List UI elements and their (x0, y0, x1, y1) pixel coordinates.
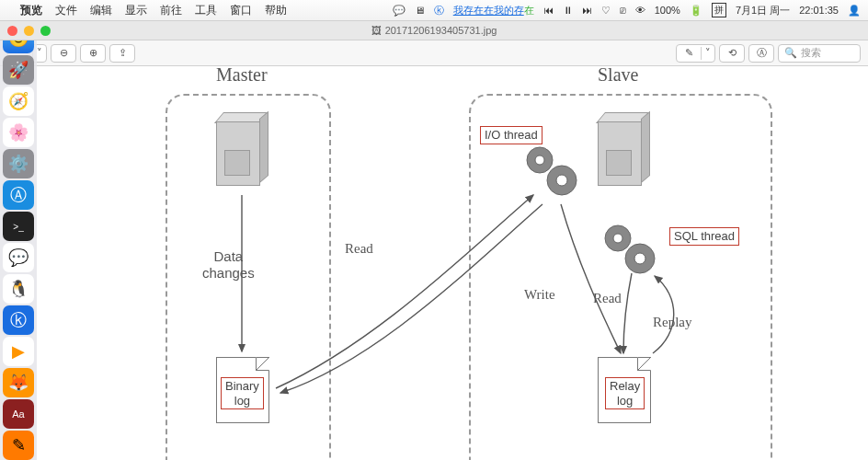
dock-appstore[interactable]: Ⓐ (3, 180, 34, 210)
menu-tools[interactable]: 工具 (195, 3, 217, 18)
image-viewport[interactable]: Master Slave Binary log Relay log I/O th… (37, 66, 868, 460)
sql-thread-label: SQL thread (669, 227, 739, 246)
svg-point-3 (556, 175, 567, 186)
window-title: 20171206193405731.jpg (385, 25, 497, 36)
media-pause-icon[interactable]: ⏸ (563, 5, 573, 16)
eye-icon[interactable]: 👁 (635, 5, 645, 16)
svg-point-7 (634, 253, 645, 264)
dock-photos[interactable]: 🌸 (3, 118, 34, 147)
io-thread-gears-icon (520, 140, 584, 208)
battery-pct: 100% (655, 5, 680, 16)
svg-point-1 (535, 155, 544, 165)
share-button[interactable]: ⇪ (110, 45, 134, 62)
airplay-icon[interactable]: ⎚ (620, 5, 626, 16)
dock-settings[interactable]: ⚙️ (3, 149, 34, 178)
highlight-dropdown[interactable]: ˅ (702, 45, 714, 62)
dock-launchpad[interactable]: 🚀 (3, 55, 34, 85)
master-server-icon (216, 112, 269, 190)
menu-help[interactable]: 帮助 (265, 3, 287, 18)
zoom-button[interactable] (40, 26, 51, 36)
markup-button[interactable]: Ⓐ (749, 45, 773, 62)
menu-file[interactable]: 文件 (55, 3, 77, 18)
status-monitor-icon[interactable]: 🖥 (415, 5, 425, 16)
dock-app1[interactable]: Aa (3, 399, 34, 429)
io-thread-label: I/O thread (480, 126, 542, 144)
dock-wechat[interactable]: 💬 (3, 243, 34, 272)
search-field[interactable]: 🔍 搜索 (778, 44, 861, 63)
dock-firefox[interactable]: 🦊 (3, 368, 34, 397)
replication-diagram: Master Slave Binary log Relay log I/O th… (138, 66, 800, 460)
dock-app2[interactable]: ✎ (3, 431, 34, 460)
binary-log-label: Binary log (221, 377, 264, 409)
dock-video[interactable]: ▶ (3, 337, 34, 366)
status-text[interactable]: 我存在在我的存 (453, 5, 524, 16)
rotate-button[interactable]: ⟲ (720, 45, 744, 62)
doc-icon: 🖼 (371, 25, 382, 36)
minimize-button[interactable] (24, 26, 34, 36)
status-k-icon[interactable]: ⓚ (434, 4, 444, 17)
media-prev-icon[interactable]: ⏮ (543, 5, 554, 16)
window-titlebar: 🖼 20171206193405731.jpg (0, 20, 868, 40)
menu-go[interactable]: 前往 (160, 3, 182, 18)
data-changes-label: Data changes (202, 248, 255, 282)
search-placeholder: 搜索 (801, 46, 821, 60)
read2-label: Read (593, 291, 622, 306)
dock-terminal[interactable]: >_ (3, 212, 34, 241)
dock-k[interactable]: ⓚ (3, 305, 34, 335)
menubar-date[interactable]: 7月1日 周一 (736, 4, 790, 17)
menubar-time[interactable]: 22:01:35 (799, 5, 839, 16)
write-label: Write (524, 287, 555, 303)
battery-icon[interactable]: 🔋 (690, 5, 702, 17)
user-icon[interactable]: 👤 (848, 5, 861, 17)
media-heart-icon[interactable]: ♡ (601, 5, 611, 17)
menu-view[interactable]: 显示 (125, 3, 147, 18)
read-label: Read (345, 241, 373, 257)
search-icon: 🔍 (784, 47, 797, 59)
relay-log-label: Relay log (605, 377, 645, 409)
slave-title: Slave (598, 66, 638, 86)
dock-qq[interactable]: 🐧 (3, 274, 34, 304)
dock: 🙂 🚀 🧭 🌸 ⚙️ Ⓐ >_ 💬 🐧 ⓚ ▶ 🦊 Aa ✎ (0, 20, 37, 460)
master-title: Master (216, 66, 268, 86)
sql-thread-gears-icon (598, 218, 662, 286)
zoom-in-button[interactable]: ⊕ (81, 45, 105, 62)
close-button[interactable] (7, 26, 17, 36)
svg-point-5 (613, 234, 622, 243)
macos-menubar: 预览 文件 编辑 显示 前往 工具 窗口 帮助 💬 🖥 ⓚ 我存在在我的存在 ⏮… (0, 0, 868, 20)
app-name[interactable]: 预览 (20, 3, 42, 18)
status-wechat-icon[interactable]: 💬 (393, 5, 405, 17)
ime-indicator[interactable]: 拼 (712, 3, 726, 17)
highlight-button[interactable]: ✎ (677, 45, 701, 62)
menu-window[interactable]: 窗口 (230, 3, 252, 18)
replay-label: Replay (653, 315, 692, 330)
menu-edit[interactable]: 编辑 (90, 3, 112, 18)
slave-server-icon (598, 112, 651, 190)
preview-toolbar: ☰ ˅ ⊖ ⊕ ⇪ ✎ ˅ ⟲ Ⓐ 🔍 搜索 (0, 40, 868, 66)
media-next-icon[interactable]: ⏭ (582, 5, 592, 16)
dock-safari[interactable]: 🧭 (3, 86, 34, 116)
zoom-out-button[interactable]: ⊖ (51, 45, 75, 62)
